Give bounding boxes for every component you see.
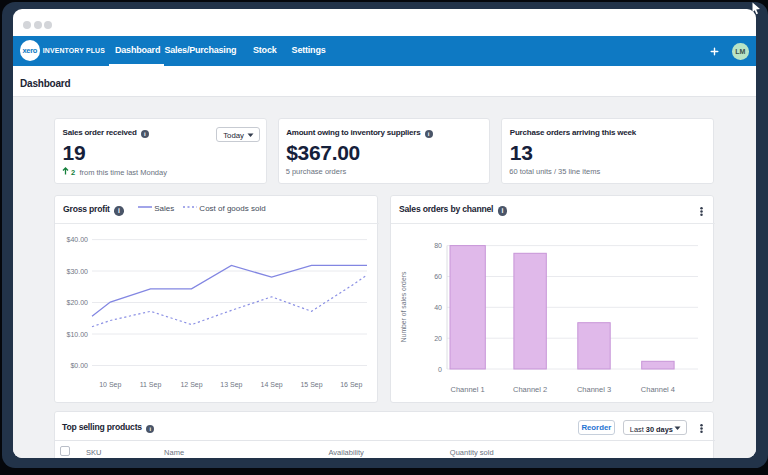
svg-text:16 Sep: 16 Sep <box>340 381 362 389</box>
svg-text:40: 40 <box>434 304 442 311</box>
svg-text:$30.00: $30.00 <box>67 268 89 275</box>
svg-text:0: 0 <box>438 366 442 373</box>
svg-text:11 Sep: 11 Sep <box>140 381 162 389</box>
svg-text:60: 60 <box>434 273 442 280</box>
svg-text:Channel 2: Channel 2 <box>513 385 547 394</box>
svg-text:12 Sep: 12 Sep <box>180 381 202 389</box>
svg-text:$20.00: $20.00 <box>67 299 89 306</box>
svg-text:20: 20 <box>434 335 442 342</box>
svg-text:10 Sep: 10 Sep <box>99 381 121 389</box>
svg-text:Channel 1: Channel 1 <box>450 385 484 394</box>
svg-text:$0.00: $0.00 <box>70 362 88 369</box>
svg-text:80: 80 <box>434 242 442 249</box>
svg-text:14 Sep: 14 Sep <box>261 381 283 389</box>
svg-text:$10.00: $10.00 <box>67 331 89 338</box>
svg-text:15 Sep: 15 Sep <box>300 381 322 389</box>
svg-text:13 Sep: 13 Sep <box>220 381 242 389</box>
svg-text:Channel 3: Channel 3 <box>577 385 611 394</box>
svg-text:Number of sales orders: Number of sales orders <box>400 271 407 342</box>
svg-text:$40.00: $40.00 <box>67 236 89 243</box>
svg-text:Channel 4: Channel 4 <box>641 385 675 394</box>
